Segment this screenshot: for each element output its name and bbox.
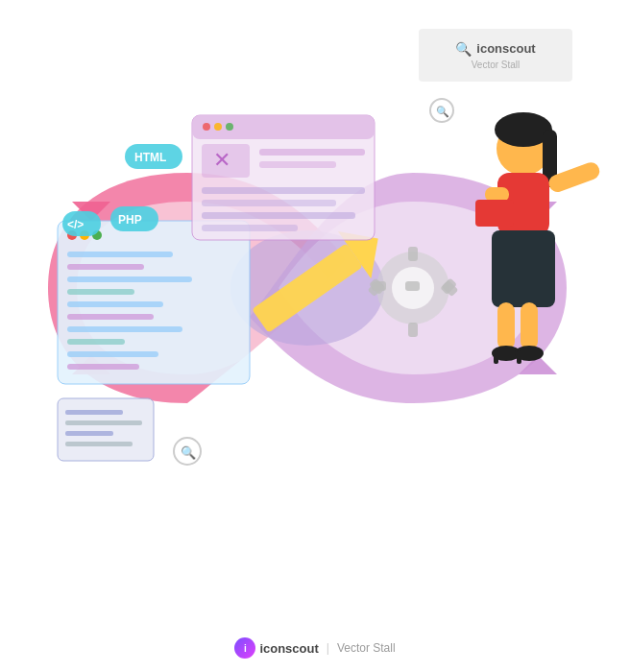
svg-text:🔍: 🔍 xyxy=(181,444,197,461)
main-container: 🔍 iconscout Vector Stall xyxy=(0,0,630,672)
bottom-watermark: i iconscout | Vector Stall xyxy=(0,637,630,659)
vector-stall-text: Vector Stall xyxy=(337,641,396,655)
svg-rect-43 xyxy=(259,149,365,156)
svg-rect-61 xyxy=(475,200,514,227)
svg-point-40 xyxy=(226,123,233,131)
svg-rect-30 xyxy=(67,364,139,370)
svg-rect-21 xyxy=(67,252,173,257)
svg-rect-46 xyxy=(202,200,336,206)
svg-rect-35 xyxy=(65,442,133,446)
main-illustration: ✕ HTML </> PHP xyxy=(0,0,630,672)
svg-text:✕: ✕ xyxy=(213,148,230,172)
svg-rect-45 xyxy=(202,187,365,194)
svg-rect-68 xyxy=(494,350,498,364)
svg-rect-67 xyxy=(517,350,521,364)
svg-rect-27 xyxy=(67,326,182,332)
logo-text: iconscout xyxy=(259,641,318,656)
svg-rect-62 xyxy=(492,230,555,307)
svg-rect-33 xyxy=(65,420,142,425)
svg-text:PHP: PHP xyxy=(118,213,142,227)
svg-rect-31 xyxy=(58,398,154,461)
svg-rect-25 xyxy=(67,301,163,307)
svg-rect-34 xyxy=(65,431,113,436)
svg-text:🔍: 🔍 xyxy=(436,105,449,118)
svg-rect-44 xyxy=(259,161,336,168)
svg-rect-29 xyxy=(67,351,158,357)
svg-rect-9 xyxy=(408,247,418,261)
svg-rect-64 xyxy=(521,302,538,350)
svg-rect-60 xyxy=(485,187,509,202)
svg-rect-28 xyxy=(67,339,125,345)
svg-rect-22 xyxy=(67,264,144,270)
svg-rect-11 xyxy=(405,281,420,291)
svg-rect-23 xyxy=(67,276,192,282)
svg-rect-26 xyxy=(67,314,154,320)
svg-text:HTML: HTML xyxy=(134,151,166,164)
svg-rect-10 xyxy=(408,323,418,337)
svg-text:</>: </> xyxy=(67,218,84,231)
logo-circle: i xyxy=(234,637,255,659)
svg-point-39 xyxy=(214,123,222,131)
separator: | xyxy=(327,641,329,655)
bottom-logo: i iconscout xyxy=(234,637,318,659)
svg-rect-24 xyxy=(67,289,134,295)
svg-point-38 xyxy=(203,123,210,131)
svg-rect-63 xyxy=(497,302,515,350)
svg-rect-48 xyxy=(202,225,298,231)
svg-rect-32 xyxy=(65,410,123,415)
svg-rect-47 xyxy=(202,212,355,219)
